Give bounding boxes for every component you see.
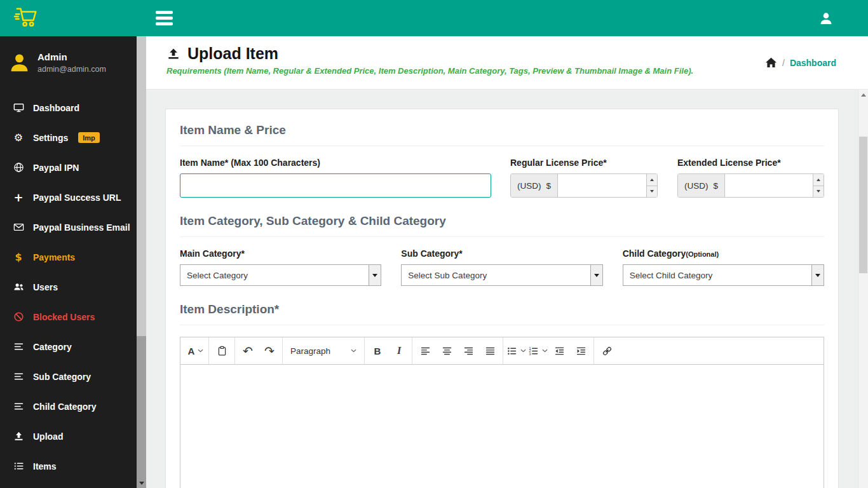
sidebar-item-items[interactable]: Items: [0, 451, 146, 481]
user-email: admin@admin.com: [37, 65, 106, 74]
editor-content[interactable]: [180, 365, 824, 488]
sidebar-item-label: Paypal IPN: [33, 163, 79, 173]
sidebar-menu: Dashboard⚙SettingsImpPaypal IPN+Paypal S…: [0, 93, 146, 481]
sidebar-item-label: Users: [33, 282, 58, 292]
align-center-button[interactable]: [436, 339, 458, 362]
main-category-value: Select Category: [180, 265, 369, 285]
sub-category-value: Select Sub Category: [402, 265, 590, 285]
top-navbar: [146, 0, 868, 36]
sidebar-item-upload[interactable]: Upload: [0, 421, 146, 451]
sidebar-scrollbar[interactable]: [137, 36, 146, 488]
sidebar-item-paypal-business-email[interactable]: Paypal Business Email: [0, 212, 146, 242]
section-divider: [180, 236, 824, 237]
item-name-input[interactable]: [180, 173, 491, 198]
upload-form-card: Item Name & Price Item Name* (Max 100 Ch…: [165, 109, 839, 488]
sidebar-profile: Admin admin@admin.com: [0, 36, 146, 89]
paragraph-button[interactable]: Paragraph: [285, 339, 362, 362]
plus-icon: +: [12, 192, 25, 203]
link-button[interactable]: [596, 339, 618, 362]
sidebar-item-child-category[interactable]: Child Category: [0, 391, 146, 421]
list-check-icon: [12, 461, 25, 471]
list-icon: [12, 371, 25, 382]
sidebar-scroll-down-button[interactable]: [137, 478, 146, 488]
sub-category-label: Sub Category*: [401, 248, 602, 259]
upload-icon: [12, 431, 25, 442]
italic-button[interactable]: I: [388, 339, 410, 362]
item-name-label: Item Name* (Max 100 Characters): [180, 158, 491, 168]
sidebar-item-users[interactable]: Users: [0, 272, 146, 302]
scroll-up-button[interactable]: [858, 90, 868, 100]
sidebar-item-sub-category[interactable]: Sub Category: [0, 362, 146, 391]
align-left-button[interactable]: [414, 339, 436, 362]
extended-price-label: Extended License Price*: [677, 158, 824, 168]
main-scrollbar[interactable]: [858, 90, 868, 488]
editor-toolbar: A↶↷ParagraphBI123: [180, 337, 824, 365]
app-window: Admin admin@admin.com Dashboard⚙Settings…: [0, 0, 868, 488]
select-arrow-icon: [369, 265, 381, 285]
sidebar-item-label: Items: [33, 461, 57, 471]
indent-button[interactable]: [570, 339, 592, 362]
gear-icon: ⚙: [12, 133, 25, 143]
sidebar-item-paypal-ipn[interactable]: Paypal IPN: [0, 152, 146, 182]
app-logo[interactable]: [0, 0, 146, 36]
align-right-button[interactable]: [458, 339, 479, 362]
sidebar-item-paypal-success-url[interactable]: +Paypal Success URL: [0, 182, 146, 212]
sidebar-item-payments[interactable]: $Payments: [0, 242, 146, 272]
section-title-name-price: Item Name & Price: [180, 123, 824, 137]
outdent-button[interactable]: [548, 339, 570, 362]
select-arrow-icon: [811, 265, 824, 285]
avatar-icon: [8, 51, 31, 74]
section-divider: [180, 146, 824, 146]
home-icon[interactable]: [765, 57, 777, 69]
scrollbar-thumb[interactable]: [859, 137, 867, 273]
user-icon[interactable]: [818, 11, 834, 26]
breadcrumb-dashboard-link[interactable]: Dashboard: [790, 58, 836, 68]
main-content: Upload Item Requirements (Item Name, Reg…: [146, 36, 868, 488]
sidebar-item-label: Paypal Business Email: [33, 222, 130, 233]
sidebar-scrollbar-thumb[interactable]: [137, 36, 146, 336]
section-title-description: Item Description*: [180, 302, 824, 316]
desktop-icon: [12, 102, 25, 113]
sidebar-item-label: Payments: [33, 252, 75, 262]
sidebar-item-settings[interactable]: ⚙SettingsImp: [0, 123, 146, 152]
content-area: Item Name & Price Item Name* (Max 100 Ch…: [146, 90, 868, 488]
sidebar: Admin admin@admin.com Dashboard⚙Settings…: [0, 36, 146, 488]
sidebar-item-label: Paypal Success URL: [33, 193, 121, 203]
main-category-select[interactable]: Select Category: [180, 264, 381, 286]
hamburger-menu-icon[interactable]: [153, 8, 175, 28]
page-header: Upload Item Requirements (Item Name, Reg…: [146, 36, 868, 90]
sidebar-item-blocked-users[interactable]: Blocked Users: [0, 302, 146, 332]
regular-price-label: Regular License Price*: [510, 158, 658, 168]
sidebar-item-label: Child Category: [33, 402, 97, 412]
sidebar-item-label: Category: [33, 342, 72, 352]
ban-icon: [12, 311, 25, 322]
extended-price-stepper[interactable]: [813, 174, 824, 197]
section-title-category: Item Category, Sub Category & Child Cate…: [180, 214, 824, 228]
child-category-value: Select Child Category: [623, 265, 811, 285]
globe-icon: [12, 162, 25, 173]
extended-price-input[interactable]: [725, 174, 813, 197]
select-arrow-icon: [590, 265, 602, 285]
cart-icon: [13, 4, 42, 32]
regular-price-input[interactable]: [558, 174, 646, 197]
topbar: [0, 0, 868, 36]
numbered-list-button[interactable]: 123: [527, 339, 548, 362]
undo-button[interactable]: ↶: [237, 339, 259, 362]
sidebar-item-dashboard[interactable]: Dashboard: [0, 93, 146, 123]
regular-price-currency-prefix: (USD)$: [511, 174, 558, 197]
child-category-select[interactable]: Select Child Category: [623, 264, 824, 286]
align-justify-button[interactable]: [479, 339, 501, 362]
user-name: Admin: [37, 51, 106, 63]
sidebar-item-label: Blocked Users: [33, 312, 95, 322]
redo-button[interactable]: ↷: [259, 339, 280, 362]
sidebar-item-category[interactable]: Category: [0, 332, 146, 362]
regular-price-stepper[interactable]: [646, 174, 657, 197]
sub-category-select[interactable]: Select Sub Category: [401, 264, 602, 286]
bullet-list-button[interactable]: [505, 339, 527, 362]
requirements-note: Requirements (Item Name, Regular & Exten…: [166, 66, 868, 76]
paste-button[interactable]: [211, 339, 233, 362]
sidebar-item-label: Settings: [33, 133, 68, 143]
bold-button[interactable]: B: [367, 339, 388, 362]
text-color-button[interactable]: A: [185, 339, 207, 362]
svg-text:3: 3: [529, 351, 531, 355]
